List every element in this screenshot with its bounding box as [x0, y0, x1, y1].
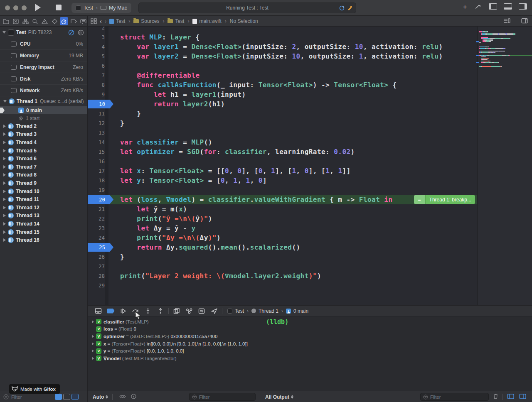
line-number[interactable]: 11 [88, 109, 105, 118]
source-editor[interactable]: 23struct MLP: Layer {4 var layer1 = Dens… [88, 27, 532, 305]
tab-project-navigator[interactable] [2, 17, 10, 25]
line-number[interactable]: 27 [88, 262, 105, 271]
simulate-location-button[interactable] [208, 308, 220, 314]
breadcrumb-project[interactable]: Test [109, 18, 125, 24]
code-line-28[interactable]: 28print("Layer 2 weight: \(∇model.layer2… [88, 271, 532, 281]
code-line-26[interactable]: 26} [88, 252, 532, 262]
code-line-15[interactable]: 15let optimizer = SGD(for: classifier, l… [88, 147, 532, 157]
line-number[interactable]: 3 [88, 32, 105, 42]
editor-mode-button[interactable] [475, 4, 482, 10]
line-number[interactable]: 18 [88, 176, 105, 185]
thread-row[interactable]: Thread 16 [0, 236, 87, 244]
toggle-navigator-button[interactable] [489, 3, 497, 10]
metric-row-network[interactable]: NetworkZero KB/s [0, 85, 87, 96]
code-line-19[interactable]: 19 [88, 185, 532, 195]
console-output-dropdown[interactable]: All Output [265, 394, 293, 400]
code-line-16[interactable]: 16 [88, 157, 532, 166]
close-window-button[interactable] [5, 5, 10, 10]
variable-row-optimizer[interactable]: Voptimizer = (SGD<Test.MLP>) 0x000000011… [88, 333, 260, 340]
disclosure-open-icon[interactable] [2, 31, 6, 34]
code-line-29[interactable]: 29 [88, 281, 532, 290]
execution-badge[interactable]: =Thread 1: breakp... [414, 195, 475, 204]
view-mode-process-button[interactable] [55, 394, 62, 400]
debug-jump-thread[interactable]: Thread 1 [259, 308, 278, 314]
related-items-icon[interactable] [91, 18, 97, 24]
code-line-11[interactable]: 11 } [88, 109, 532, 118]
toggle-debug-area-button[interactable] [504, 3, 512, 10]
thread-row[interactable]: Thread 6 [0, 154, 87, 163]
tab-breakpoint-navigator[interactable] [70, 17, 78, 25]
code-line-27[interactable]: 27 [88, 262, 532, 271]
code-line-25[interactable]: 25 return Δy.squared().mean().scalarized… [88, 243, 532, 252]
pause-process-icon[interactable] [68, 29, 74, 36]
breadcrumb-test-folder[interactable]: Test [167, 18, 184, 24]
line-number[interactable]: 26 [88, 252, 105, 262]
thread-row[interactable]: Thread 5 [0, 147, 87, 155]
thread-row[interactable]: Thread 8 [0, 171, 87, 179]
variable-row-classifier[interactable]: Vclassifier (Test.MLP) [88, 318, 260, 326]
zoom-window-button[interactable] [22, 5, 27, 10]
code-line-2[interactable]: 2 [88, 27, 532, 32]
line-number[interactable]: 16 [88, 157, 105, 166]
thread-row[interactable]: Thread 3 [0, 130, 87, 139]
disclosure-open-icon[interactable] [3, 100, 7, 103]
stack-frame-start[interactable]: 1 start [0, 114, 87, 122]
view-mode-queue-button[interactable] [63, 394, 70, 400]
thread-row[interactable]: Thread 13 [0, 212, 87, 220]
environment-overrides-button[interactable] [195, 308, 208, 314]
variable-row-y[interactable]: Vy = (Tensor<Float>) [0.0, 1.0, 1.0, 0.0… [88, 347, 260, 355]
line-number[interactable]: 7 [88, 71, 105, 80]
line-number[interactable]: 8 [88, 80, 105, 90]
trash-icon[interactable] [493, 393, 498, 401]
editor-options-icon[interactable] [504, 18, 510, 24]
sidebar-filter-input[interactable] [11, 395, 51, 400]
line-number[interactable]: 22 [88, 214, 105, 223]
line-number[interactable]: 12 [88, 118, 105, 128]
thread-row[interactable]: Thread 9 [0, 179, 87, 187]
quicklook-eye-icon[interactable] [119, 393, 126, 401]
line-number[interactable]: 9 [88, 90, 105, 99]
continue-button[interactable] [117, 308, 129, 314]
thread-row[interactable]: Thread 2 [0, 122, 87, 130]
variable-row-x[interactable]: Vx = (Tensor<Float>) \n[[0.0, 0.0],\n [0… [88, 340, 260, 348]
toggle-variables-view-button[interactable] [507, 393, 514, 401]
breadcrumb-sources[interactable]: Sources [133, 18, 159, 24]
memory-graph-button[interactable] [183, 308, 195, 314]
library-button[interactable]: ＋ [462, 3, 468, 10]
run-button[interactable] [35, 4, 46, 12]
breadcrumb-file[interactable]: main.swift [192, 18, 221, 24]
thread-row[interactable]: Thread 14 [0, 220, 87, 228]
thread-row[interactable]: Thread 11 [0, 195, 87, 203]
code-line-14[interactable]: 14var classifier = MLP() [88, 137, 532, 147]
breakpoint-marker[interactable]: 10 [88, 100, 113, 108]
variable-row-∇model[interactable]: V∇model (Test.MLP.TangentVector) [88, 355, 260, 362]
back-button[interactable]: ‹ [100, 18, 102, 25]
line-number[interactable]: 29 [88, 281, 105, 290]
line-number[interactable]: 14 [88, 137, 105, 147]
code-line-8[interactable]: 8 func callAsFunction(_ input: Tensor<Fl… [88, 80, 532, 90]
variables-view[interactable]: Vclassifier (Test.MLP)Vloss = (Float) 0V… [88, 316, 260, 391]
step-into-button[interactable] [142, 308, 154, 314]
thread-row[interactable]: Thread 7 [0, 163, 87, 171]
code-line-17[interactable]: 17let x: Tensor<Float> = [[0, 0], [0, 1]… [88, 166, 532, 176]
breakpoint-marker[interactable]: 25 [88, 243, 113, 252]
code-line-10[interactable]: 10 return layer2(h1) [88, 99, 532, 109]
build-warning-icon[interactable] [347, 5, 352, 11]
line-number[interactable]: 4 [88, 42, 105, 51]
metric-row-energy-impact[interactable]: Energy ImpactZero [0, 61, 87, 73]
metric-row-memory[interactable]: Memory19 MB [0, 50, 87, 61]
tab-report-navigator[interactable] [79, 17, 87, 25]
code-line-4[interactable]: 4 var layer1 = Dense<Float>(inputSize: 2… [88, 42, 532, 51]
tab-source-control[interactable] [12, 17, 20, 25]
code-line-7[interactable]: 7 @differentiable [88, 71, 532, 80]
tab-debug-navigator[interactable] [60, 17, 68, 25]
tab-find-navigator[interactable] [31, 17, 39, 25]
debug-jump-process[interactable]: Test [235, 308, 244, 314]
stack-frame-main[interactable]: 0 main [0, 106, 87, 114]
line-number[interactable]: 19 [88, 185, 105, 195]
line-number[interactable]: 5 [88, 51, 105, 61]
line-number[interactable]: 13 [88, 128, 105, 137]
thread-row[interactable]: Thread 12 [0, 203, 87, 212]
gauge-icon[interactable] [78, 29, 84, 36]
code-line-5[interactable]: 5 var layer2 = Dense<Float>(inputSize: 1… [88, 51, 532, 61]
